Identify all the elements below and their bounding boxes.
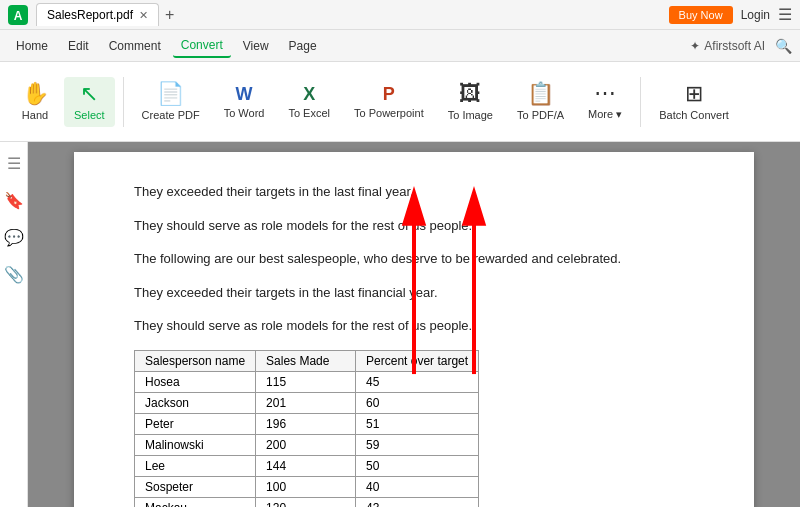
table-cell-0-1: 115 (256, 371, 356, 392)
table-header-row: Salesperson name Sales Made Percent over… (135, 350, 479, 371)
menu-comment[interactable]: Comment (101, 35, 169, 57)
left-panel: ☰ 🔖 💬 📎 (0, 142, 28, 507)
select-tool-button[interactable]: ↖ Select (64, 77, 115, 127)
paragraph-4: They exceeded their targets in the last … (134, 283, 694, 303)
panel-icon-bookmark[interactable]: 🔖 (0, 187, 28, 214)
table-cell-0-0: Hosea (135, 371, 256, 392)
more-button[interactable]: ⋯ More ▾ (578, 76, 632, 127)
hand-icon: ✋ (22, 83, 49, 105)
to-powerpoint-button[interactable]: P To Powerpoint (344, 79, 434, 125)
svg-text:A: A (14, 9, 23, 23)
buy-now-button[interactable]: Buy Now (669, 6, 733, 24)
create-pdf-label: Create PDF (142, 109, 200, 121)
toolbar: ✋ Hand ↖ Select 📄 Create PDF W To Word X… (0, 62, 800, 142)
to-image-icon: 🖼 (459, 83, 481, 105)
table-cell-6-0: Mackau (135, 497, 256, 507)
table-cell-2-2: 51 (356, 413, 479, 434)
table-cell-1-1: 201 (256, 392, 356, 413)
menu-convert[interactable]: Convert (173, 34, 231, 58)
more-icon: ⋯ (594, 82, 616, 104)
menu-home[interactable]: Home (8, 35, 56, 57)
batch-convert-label: Batch Convert (659, 109, 729, 121)
app-logo: A (8, 5, 28, 25)
menu-icon[interactable]: ☰ (778, 5, 792, 24)
table-row: Malinowski20059 (135, 434, 479, 455)
to-pdfa-icon: 📋 (527, 83, 554, 105)
select-label: Select (74, 109, 105, 121)
to-excel-button[interactable]: X To Excel (278, 79, 340, 125)
create-pdf-button[interactable]: 📄 Create PDF (132, 77, 210, 127)
table-cell-5-0: Sospeter (135, 476, 256, 497)
to-pdfa-label: To PDF/A (517, 109, 564, 121)
ai-label: ✦ Afirstsoft AI (690, 39, 765, 53)
app-layout: ☰ 🔖 💬 📎 They e (0, 142, 800, 507)
login-button[interactable]: Login (741, 8, 770, 22)
table-cell-4-2: 50 (356, 455, 479, 476)
to-excel-icon: X (303, 85, 315, 103)
new-tab-button[interactable]: + (165, 6, 174, 24)
table-row: Lee14450 (135, 455, 479, 476)
more-label: More ▾ (588, 108, 622, 121)
col-header-name: Salesperson name (135, 350, 256, 371)
search-icon[interactable]: 🔍 (775, 38, 792, 54)
batch-convert-icon: ⊞ (685, 83, 703, 105)
select-icon: ↖ (80, 83, 98, 105)
document-tab[interactable]: SalesReport.pdf ✕ (36, 3, 159, 26)
batch-convert-button[interactable]: ⊞ Batch Convert (649, 77, 739, 127)
table-cell-4-0: Lee (135, 455, 256, 476)
table-cell-5-1: 100 (256, 476, 356, 497)
tab-close-icon[interactable]: ✕ (139, 9, 148, 22)
col-header-sales: Sales Made (256, 350, 356, 371)
paragraph-2: They should serve as role models for the… (134, 216, 694, 236)
hand-label: Hand (22, 109, 48, 121)
to-powerpoint-icon: P (383, 85, 395, 103)
to-image-label: To Image (448, 109, 493, 121)
table-cell-1-2: 60 (356, 392, 479, 413)
to-image-button[interactable]: 🖼 To Image (438, 77, 503, 127)
paragraph-5: They should serve as role models for the… (134, 316, 694, 336)
table-cell-3-1: 200 (256, 434, 356, 455)
to-pdfa-button[interactable]: 📋 To PDF/A (507, 77, 574, 127)
main-content[interactable]: They exceeded their targets in the last … (28, 142, 800, 507)
table-row: Peter19651 (135, 413, 479, 434)
to-powerpoint-label: To Powerpoint (354, 107, 424, 119)
table-row: Mackau12043 (135, 497, 479, 507)
titlebar-actions: Buy Now Login ☰ (669, 5, 792, 24)
table-cell-6-1: 120 (256, 497, 356, 507)
panel-icon-attachment[interactable]: 📎 (0, 261, 28, 288)
table-cell-3-0: Malinowski (135, 434, 256, 455)
tab-label: SalesReport.pdf (47, 8, 133, 22)
table-cell-4-1: 144 (256, 455, 356, 476)
to-word-icon: W (236, 85, 253, 103)
to-word-button[interactable]: W To Word (214, 79, 275, 125)
menu-page[interactable]: Page (281, 35, 325, 57)
toolbar-separator-2 (640, 77, 641, 127)
table-cell-1-0: Jackson (135, 392, 256, 413)
sales-table: Salesperson name Sales Made Percent over… (134, 350, 479, 508)
table-row: Sospeter10040 (135, 476, 479, 497)
titlebar: A SalesReport.pdf ✕ + Buy Now Login ☰ (0, 0, 800, 30)
table-cell-6-2: 43 (356, 497, 479, 507)
menu-edit[interactable]: Edit (60, 35, 97, 57)
table-body: Hosea11545Jackson20160Peter19651Malinows… (135, 371, 479, 507)
paragraph-3: The following are our best salespeople, … (134, 249, 694, 269)
document-page: They exceeded their targets in the last … (74, 152, 754, 507)
panel-icon-menu[interactable]: ☰ (3, 150, 25, 177)
paragraph-1: They exceeded their targets in the last … (134, 182, 694, 202)
table-row: Hosea11545 (135, 371, 479, 392)
menubar: Home Edit Comment Convert View Page ✦ Af… (0, 30, 800, 62)
table-row: Jackson20160 (135, 392, 479, 413)
table-cell-3-2: 59 (356, 434, 479, 455)
table-cell-2-0: Peter (135, 413, 256, 434)
table-cell-5-2: 40 (356, 476, 479, 497)
toolbar-separator-1 (123, 77, 124, 127)
hand-tool-button[interactable]: ✋ Hand (10, 77, 60, 127)
to-excel-label: To Excel (288, 107, 330, 119)
to-word-label: To Word (224, 107, 265, 119)
menu-view[interactable]: View (235, 35, 277, 57)
col-header-percent: Percent over target (356, 350, 479, 371)
create-pdf-icon: 📄 (157, 83, 184, 105)
table-cell-2-1: 196 (256, 413, 356, 434)
panel-icon-comment[interactable]: 💬 (0, 224, 28, 251)
table-cell-0-2: 45 (356, 371, 479, 392)
